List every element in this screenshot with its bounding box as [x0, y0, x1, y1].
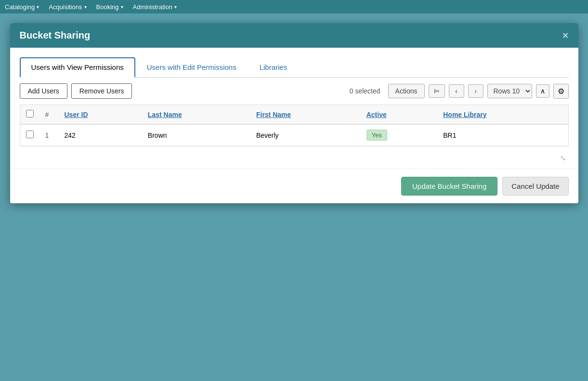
select-all-header — [20, 105, 39, 124]
selected-count: 0 selected — [350, 87, 384, 95]
next-page-icon: › — [474, 87, 477, 95]
settings-button[interactable]: ⚙ — [553, 84, 569, 99]
chevron-down-icon: ▾ — [84, 4, 87, 10]
next-page-button[interactable]: › — [468, 84, 483, 98]
tabs-container: Users with View Permissions Users with E… — [20, 57, 569, 78]
nav-item-booking[interactable]: Booking ▾ — [96, 3, 123, 11]
cancel-update-button[interactable]: Cancel Update — [502, 177, 568, 196]
row-num: 1 — [39, 124, 59, 146]
col-header-num: # — [39, 105, 59, 124]
table-header-row: # User ID Last Name First Name — [20, 105, 568, 124]
chevron-down-icon: ▾ — [121, 4, 123, 10]
col-header-last-name: Last Name — [142, 105, 250, 124]
sort-first-name-link[interactable]: First Name — [256, 111, 291, 118]
active-badge: Yes — [366, 130, 387, 141]
nav-item-cataloging[interactable]: Cataloging ▾ — [5, 3, 39, 11]
sort-last-name-link[interactable]: Last Name — [148, 111, 182, 118]
chevron-down-icon: ▾ — [174, 4, 177, 10]
nav-item-administration[interactable]: Administration ▾ — [133, 3, 177, 11]
collapse-button[interactable]: ∧ — [536, 84, 549, 98]
tab-view-permissions[interactable]: Users with View Permissions — [20, 57, 135, 78]
add-users-button[interactable]: Add Users — [20, 83, 67, 99]
bucket-sharing-modal: Bucket Sharing × Users with View Permiss… — [10, 23, 578, 203]
chevron-down-icon: ▾ — [37, 4, 39, 10]
collapse-icon: ∧ — [540, 87, 545, 95]
resize-icon: ⤡ — [560, 154, 566, 162]
row-home-library: BR1 — [437, 124, 568, 146]
users-table: # User ID Last Name First Name — [20, 105, 568, 146]
actions-button[interactable]: Actions — [388, 84, 425, 98]
resize-handle[interactable]: ⤡ — [20, 152, 569, 164]
first-page-icon: ⊨ — [434, 87, 440, 95]
sort-user-id-link[interactable]: User ID — [65, 111, 88, 118]
modal-body: Users with View Permissions Users with E… — [10, 48, 578, 169]
modal-title: Bucket Sharing — [20, 30, 91, 41]
prev-page-icon: ‹ — [455, 87, 457, 95]
select-all-checkbox[interactable] — [26, 110, 34, 118]
col-header-home-library: Home Library — [437, 105, 568, 124]
row-checkbox-cell — [20, 124, 39, 146]
sort-active-link[interactable]: Active — [366, 111, 387, 118]
sort-home-library-link[interactable]: Home Library — [443, 111, 486, 118]
row-active: Yes — [361, 124, 438, 146]
toolbar: Add Users Remove Users 0 selected Action… — [20, 83, 569, 99]
first-page-button[interactable]: ⊨ — [429, 84, 445, 98]
rows-per-page-select[interactable]: Rows 5 Rows 10 Rows 25 Rows 50 — [487, 84, 532, 98]
modal-overlay: Bucket Sharing × Users with View Permiss… — [0, 13, 588, 381]
col-header-user-id: User ID — [59, 105, 142, 124]
modal-footer: Update Bucket Sharing Cancel Update — [10, 169, 578, 203]
row-last-name: Brown — [142, 124, 250, 146]
close-button[interactable]: × — [562, 30, 569, 41]
col-header-first-name: First Name — [250, 105, 361, 124]
remove-users-button[interactable]: Remove Users — [71, 83, 132, 99]
gear-icon: ⚙ — [558, 87, 564, 95]
prev-page-button[interactable]: ‹ — [449, 84, 464, 98]
tab-edit-permissions[interactable]: Users with Edit Permissions — [135, 57, 248, 77]
row-checkbox[interactable] — [26, 131, 34, 138]
nav-item-acquisitions[interactable]: Acquisitions ▾ — [49, 3, 86, 11]
top-nav: Cataloging ▾ Acquisitions ▾ Booking ▾ Ad… — [0, 0, 588, 13]
row-user-id: 242 — [59, 124, 142, 146]
tab-libraries[interactable]: Libraries — [248, 57, 299, 77]
table-row: 1 242 Brown Beverly Yes BR1 — [20, 124, 568, 146]
update-bucket-sharing-button[interactable]: Update Bucket Sharing — [401, 177, 497, 196]
col-header-active: Active — [361, 105, 438, 124]
modal-header: Bucket Sharing × — [10, 23, 578, 48]
table-container: # User ID Last Name First Name — [20, 105, 569, 146]
row-first-name: Beverly — [250, 124, 361, 146]
